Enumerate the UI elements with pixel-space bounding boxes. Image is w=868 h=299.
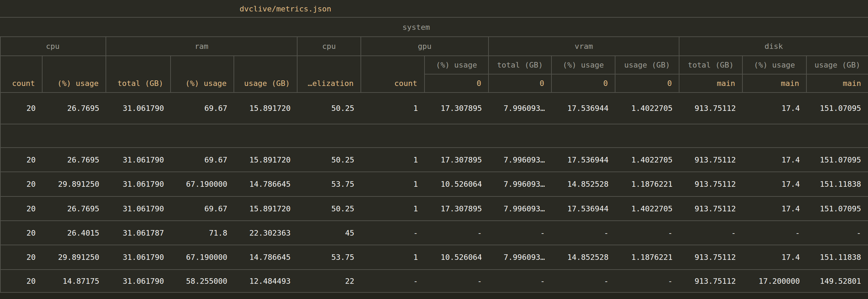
group-header-ram: ram <box>106 37 298 56</box>
col-leaf-disk-pct-usage-main: main <box>743 74 807 93</box>
cell-r3-c9: 7.996093… <box>489 148 552 172</box>
cell-r2-c13 <box>743 124 807 148</box>
col-header-cpu-pct-usage: (%) usage <box>43 56 106 93</box>
cell-r8-c14: 149.52801 <box>807 270 868 293</box>
cell-r2-c12 <box>679 124 743 148</box>
cell-r6-c1: 20 <box>0 221 43 245</box>
cell-r4-c4: 67.190000 <box>171 172 234 197</box>
cell-r6-c5: 22.302363 <box>234 221 298 245</box>
cell-r2-c10 <box>552 124 615 148</box>
group-header-vram: vram <box>489 37 679 56</box>
cell-r6-c14: - <box>807 221 868 245</box>
cell-r1-c10: 17.536944 <box>552 93 615 124</box>
cell-r3-c5: 15.891720 <box>234 148 298 172</box>
table-title: dvclive/metrics.json <box>240 4 331 13</box>
metrics-table-view: dvclive/metrics.json system cpu ram cpu … <box>0 0 868 299</box>
cell-r7-c3: 31.061790 <box>106 245 171 270</box>
section-header-system: system <box>402 23 430 32</box>
cell-r1-c14: 151.07095 <box>807 93 868 124</box>
col-header-gpu-pct-usage: (%) usage <box>425 56 489 74</box>
cell-r2-c7 <box>361 124 425 148</box>
cell-r5-c11: 1.4022705 <box>615 197 679 221</box>
cell-r1-c7: 1 <box>361 93 425 124</box>
col-header-ram-pct-usage: (%) usage <box>171 56 234 93</box>
cell-r2-c11 <box>615 124 679 148</box>
group-label: disk <box>765 42 783 51</box>
group-label: gpu <box>418 42 432 51</box>
group-label: cpu <box>46 42 60 51</box>
cell-r6-c10: - <box>552 221 615 245</box>
col-header-vram-usage-gb: usage (GB) <box>615 56 679 74</box>
cell-r8-c9: - <box>489 270 552 293</box>
cell-r7-c11: 1.1876221 <box>615 245 679 270</box>
cell-r3-c11: 1.4022705 <box>615 148 679 172</box>
cell-r7-c10: 14.852528 <box>552 245 615 270</box>
cell-r4-c1: 20 <box>0 172 43 197</box>
cell-r2-c1 <box>0 124 43 148</box>
cell-r5-c8: 17.307895 <box>425 197 489 221</box>
cell-r7-c5: 14.786645 <box>234 245 298 270</box>
cell-r6-c9: - <box>489 221 552 245</box>
cell-r1-c8: 17.307895 <box>425 93 489 124</box>
cell-r6-c2: 26.4015 <box>43 221 106 245</box>
cell-r7-c13: 17.4 <box>743 245 807 270</box>
col-header-cpu-utilization: …elization <box>298 56 361 93</box>
table-left-border <box>0 37 1 293</box>
cell-r7-c12: 913.75112 <box>679 245 743 270</box>
cell-r5-c5: 15.891720 <box>234 197 298 221</box>
cell-r6-c11: - <box>615 221 679 245</box>
cell-r8-c3: 31.061790 <box>106 270 171 293</box>
cell-r1-c11: 1.4022705 <box>615 93 679 124</box>
cell-r5-c7: 1 <box>361 197 425 221</box>
cell-r2-c2 <box>43 124 106 148</box>
col-leaf-vram-pct-usage-0: 0 <box>552 74 615 93</box>
cell-r3-c3: 31.061790 <box>106 148 171 172</box>
cell-r4-c13: 17.4 <box>743 172 807 197</box>
cell-r8-c13: 17.200000 <box>743 270 807 293</box>
cell-r4-c11: 1.1876221 <box>615 172 679 197</box>
cell-r4-c3: 31.061790 <box>106 172 171 197</box>
cell-r6-c8: - <box>425 221 489 245</box>
cell-r3-c10: 17.536944 <box>552 148 615 172</box>
col-leaf-gpu-pct-usage-0: 0 <box>425 74 489 93</box>
cell-r6-c3: 31.061787 <box>106 221 171 245</box>
cell-r2-c14 <box>807 124 868 148</box>
cell-r5-c10: 17.536944 <box>552 197 615 221</box>
cell-r4-c7: 1 <box>361 172 425 197</box>
group-label: ram <box>195 42 209 51</box>
cell-r7-c2: 29.891250 <box>43 245 106 270</box>
cell-r4-c9: 7.996093… <box>489 172 552 197</box>
cell-r7-c14: 151.11838 <box>807 245 868 270</box>
cell-r8-c11: - <box>615 270 679 293</box>
col-header-ram-total-gb: total (GB) <box>106 56 171 93</box>
group-label: vram <box>575 42 593 51</box>
col-leaf-disk-usage-gb-main: main <box>807 74 868 93</box>
cell-r1-c6: 50.25 <box>298 93 361 124</box>
cell-r1-c13: 17.4 <box>743 93 807 124</box>
cell-r5-c13: 17.4 <box>743 197 807 221</box>
col-header-disk-usage-gb: usage (GB) <box>807 56 868 74</box>
cell-r3-c4: 69.67 <box>171 148 234 172</box>
cell-r8-c7: - <box>361 270 425 293</box>
group-header-gpu: gpu <box>361 37 489 56</box>
cell-r4-c12: 913.75112 <box>679 172 743 197</box>
col-header-disk-pct-usage: (%) usage <box>743 56 807 74</box>
col-header-ram-usage-gb: usage (GB) <box>234 56 298 93</box>
cell-r2-c6 <box>298 124 361 148</box>
cell-r5-c14: 151.07095 <box>807 197 868 221</box>
cell-r7-c8: 10.526064 <box>425 245 489 270</box>
cell-r1-c9: 7.996093… <box>489 93 552 124</box>
section-header-row: system <box>0 18 868 37</box>
cell-r5-c1: 20 <box>0 197 43 221</box>
cell-r8-c4: 58.255000 <box>171 270 234 293</box>
group-header-cpu-2: cpu <box>298 37 361 56</box>
cell-r5-c4: 69.67 <box>171 197 234 221</box>
cell-r2-c9 <box>489 124 552 148</box>
cell-r8-c6: 22 <box>298 270 361 293</box>
table-bottom-strip <box>0 293 868 299</box>
cell-r4-c10: 14.852528 <box>552 172 615 197</box>
cell-r3-c1: 20 <box>0 148 43 172</box>
col-header-vram-pct-usage: (%) usage <box>552 56 615 74</box>
cell-r5-c6: 50.25 <box>298 197 361 221</box>
cell-r5-c9: 7.996093… <box>489 197 552 221</box>
